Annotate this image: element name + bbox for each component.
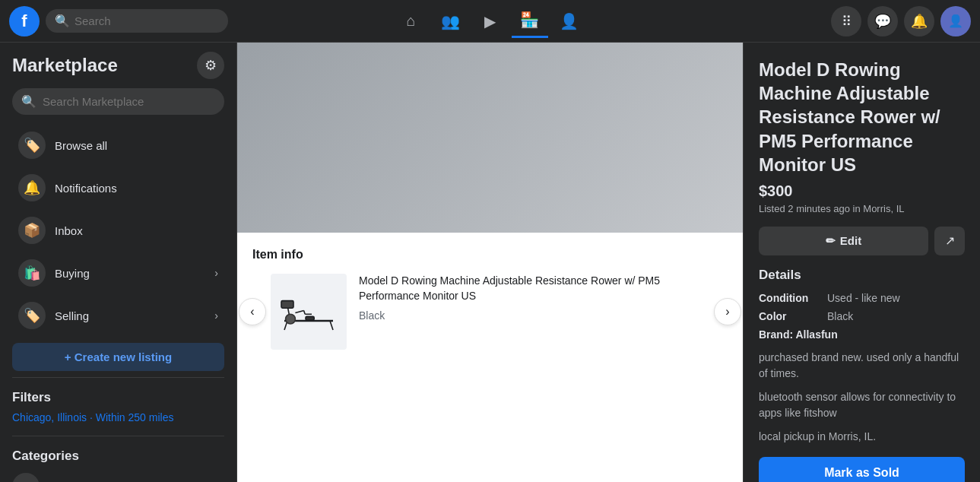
- sidebar: Marketplace ⚙ 🔍 🏷️ Browse all 🔔 Notifica…: [0, 43, 237, 482]
- product-image-placeholder: [237, 43, 743, 233]
- settings-gear-button[interactable]: ⚙: [197, 52, 224, 79]
- nav-right: ⠿ 💬 🔔 👤: [831, 6, 971, 36]
- product-meta: Listed 2 minutes ago in Morris, IL: [759, 203, 965, 214]
- global-search[interactable]: 🔍: [46, 9, 228, 33]
- color-value: Black: [827, 310, 853, 322]
- svg-rect-5: [281, 301, 293, 309]
- nav-center: ⌂ 👥 ▶ 🏪 👤: [393, 5, 588, 38]
- vehicles-icon: 🚗: [12, 473, 40, 482]
- action-buttons: ✏ Edit ↗: [759, 227, 965, 255]
- nav-profile-button[interactable]: 👤: [551, 5, 588, 38]
- facebook-logo[interactable]: f: [9, 6, 40, 36]
- inbox-icon: 📦: [18, 217, 46, 244]
- product-price: $300: [759, 182, 965, 200]
- description-line-3: local pickup in Morris, IL.: [759, 429, 965, 445]
- selling-chevron-right-icon: ›: [214, 309, 218, 322]
- svg-line-7: [295, 310, 303, 312]
- filters-section-title: Filters: [0, 384, 236, 408]
- sidebar-title: Marketplace: [12, 55, 118, 76]
- sidebar-header: Marketplace ⚙: [0, 52, 236, 88]
- messenger-button[interactable]: 💬: [867, 6, 898, 36]
- edit-button[interactable]: ✏ Edit: [759, 227, 928, 255]
- item-card: Model D Rowing Machine Adjustable Resist…: [271, 274, 709, 350]
- category-vehicles[interactable]: 🚗 Vehicles: [0, 467, 236, 482]
- sidebar-item-inbox-label: Inbox: [55, 224, 83, 237]
- share-button[interactable]: ↗: [934, 227, 965, 255]
- nav-friends-button[interactable]: 👥: [433, 5, 469, 38]
- share-icon: ↗: [945, 233, 955, 248]
- svg-point-6: [286, 314, 296, 324]
- color-row: Color Black: [759, 310, 965, 322]
- carousel-prev-button[interactable]: ‹: [239, 298, 266, 325]
- nav-marketplace-button[interactable]: 🏪: [512, 5, 548, 38]
- top-nav: f 🔍 ⌂ 👥 ▶ 🏪 👤 ⠿ 💬 🔔 👤: [0, 0, 980, 43]
- right-panel: Model D Rowing Machine Adjustable Resist…: [743, 43, 980, 482]
- marketplace-search-bar[interactable]: 🔍: [12, 88, 224, 115]
- nav-left: f 🔍: [9, 6, 228, 36]
- sidebar-item-notifications[interactable]: 🔔 Notifications: [6, 166, 230, 209]
- item-color: Black: [359, 309, 709, 322]
- notifications-sidebar-icon: 🔔: [18, 174, 46, 201]
- rowing-machine-image: [278, 285, 339, 338]
- product-view: Item info ‹: [237, 43, 743, 482]
- filter-location[interactable]: Chicago, Illinois · Within 250 miles: [0, 408, 236, 430]
- item-name: Model D Rowing Machine Adjustable Resist…: [359, 274, 709, 303]
- main-layout: Marketplace ⚙ 🔍 🏷️ Browse all 🔔 Notifica…: [0, 43, 980, 482]
- edit-pencil-icon: ✏: [826, 234, 836, 248]
- carousel-next-button[interactable]: ›: [714, 298, 741, 325]
- marketplace-search-input[interactable]: [43, 95, 215, 108]
- sidebar-divider-2: [12, 436, 224, 436]
- svg-line-8: [304, 310, 306, 314]
- sidebar-divider: [12, 377, 224, 378]
- notifications-button[interactable]: 🔔: [904, 6, 934, 36]
- categories-section-title: Categories: [0, 442, 236, 467]
- sidebar-item-browse-all[interactable]: 🏷️ Browse all: [6, 124, 230, 166]
- svg-line-2: [330, 321, 333, 330]
- create-listing-button[interactable]: + Create new listing: [12, 343, 224, 371]
- item-info-title: Item info: [252, 248, 728, 262]
- search-icon: 🔍: [55, 14, 70, 28]
- sidebar-item-buying-label: Buying: [55, 267, 90, 280]
- sidebar-item-selling-label: Selling: [55, 309, 89, 322]
- item-thumbnail: [271, 274, 347, 350]
- mark-as-sold-button[interactable]: Mark as Sold: [759, 457, 965, 482]
- product-image-main: [237, 43, 743, 233]
- nav-watch-button[interactable]: ▶: [472, 5, 509, 38]
- item-details: Model D Rowing Machine Adjustable Resist…: [359, 274, 709, 322]
- grid-menu-button[interactable]: ⠿: [831, 6, 861, 36]
- color-label: Color: [759, 310, 827, 322]
- details-title: Details: [759, 268, 965, 283]
- item-info-section: Item info ‹: [237, 233, 743, 482]
- details-section: Details Condition Used - like new Color …: [759, 268, 965, 445]
- sidebar-item-inbox[interactable]: 📦 Inbox: [6, 209, 230, 252]
- buying-icon: 🛍️: [18, 259, 46, 287]
- browse-all-icon: 🏷️: [18, 132, 46, 159]
- item-card-wrapper: ‹: [252, 274, 728, 350]
- marketplace-search-icon: 🔍: [21, 94, 36, 109]
- sidebar-item-browse-all-label: Browse all: [55, 139, 107, 152]
- content-area: Item info ‹: [237, 43, 980, 482]
- product-title: Model D Rowing Machine Adjustable Resist…: [759, 58, 965, 176]
- condition-row: Condition Used - like new: [759, 292, 965, 304]
- sidebar-item-selling[interactable]: 🏷️ Selling ›: [6, 294, 230, 337]
- nav-home-button[interactable]: ⌂: [393, 5, 430, 38]
- brand-row: Brand: Allasfun: [759, 328, 965, 341]
- svg-rect-3: [306, 316, 314, 320]
- avatar[interactable]: 👤: [940, 6, 971, 36]
- selling-icon: 🏷️: [18, 302, 46, 329]
- description-line-1: purchased brand new. used only a handful…: [759, 350, 965, 382]
- buying-chevron-right-icon: ›: [214, 267, 218, 279]
- global-search-input[interactable]: [75, 14, 219, 27]
- sidebar-item-buying[interactable]: 🛍️ Buying ›: [6, 252, 230, 294]
- sidebar-item-notifications-label: Notifications: [55, 182, 117, 195]
- description-line-2: bluetooth sensor allows for connectivity…: [759, 389, 965, 421]
- condition-label: Condition: [759, 292, 827, 304]
- condition-value: Used - like new: [827, 292, 900, 304]
